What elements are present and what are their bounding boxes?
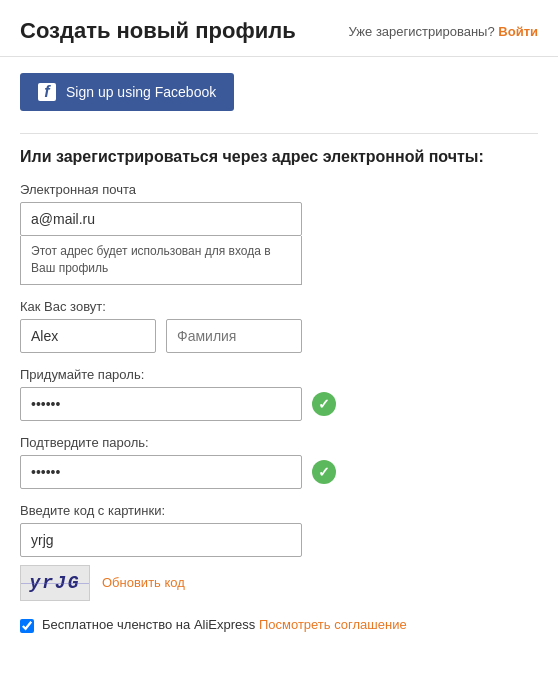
facebook-button-label: Sign up using Facebook: [66, 84, 216, 100]
or-email-heading: Или зарегистрироваться через адрес элект…: [20, 148, 538, 166]
agreement-main-text: Бесплатное членство на AliExpress: [42, 617, 255, 632]
last-name-input[interactable]: [166, 319, 302, 353]
header: Создать новый профиль Уже зарегистрирова…: [0, 0, 558, 57]
captcha-input[interactable]: [20, 523, 302, 557]
password-valid-icon: [312, 392, 336, 416]
refresh-captcha-link[interactable]: Обновить код: [102, 575, 185, 590]
agreement-link[interactable]: Посмотреть соглашение: [259, 617, 407, 632]
confirm-password-row: [20, 455, 538, 489]
captcha-text: yrJG: [29, 573, 80, 593]
confirm-password-input[interactable]: [20, 455, 302, 489]
captcha-row: yrJG Обновить код: [20, 565, 538, 601]
divider: [20, 133, 538, 134]
agreement-row: Бесплатное членство на AliExpress Посмот…: [20, 617, 538, 633]
page-container: Создать новый профиль Уже зарегистрирова…: [0, 0, 558, 698]
confirm-valid-icon: [312, 460, 336, 484]
login-link[interactable]: Войти: [498, 24, 538, 39]
form-content: f Sign up using Facebook Или зарегистрир…: [0, 57, 558, 698]
email-tooltip: Этот адрес будет использован для входа в…: [20, 236, 302, 285]
already-registered-text: Уже зарегистрированы?: [349, 24, 495, 39]
facebook-signup-button[interactable]: f Sign up using Facebook: [20, 73, 234, 111]
agreement-text: Бесплатное членство на AliExpress Посмот…: [42, 617, 407, 632]
first-name-input[interactable]: [20, 319, 156, 353]
login-area: Уже зарегистрированы? Войти: [349, 24, 538, 39]
agreement-checkbox[interactable]: [20, 619, 34, 633]
page-title: Создать новый профиль: [20, 18, 296, 44]
captcha-image: yrJG: [20, 565, 90, 601]
name-label: Как Вас зовут:: [20, 299, 538, 314]
captcha-label: Введите код с картинки:: [20, 503, 538, 518]
password-label: Придумайте пароль:: [20, 367, 538, 382]
email-label: Электронная почта: [20, 182, 538, 197]
name-row: [20, 319, 538, 353]
captcha-section: Введите код с картинки: yrJG Обновить ко…: [20, 503, 538, 601]
email-input[interactable]: [20, 202, 302, 236]
password-input[interactable]: [20, 387, 302, 421]
confirm-label: Подтвердите пароль:: [20, 435, 538, 450]
password-row: [20, 387, 538, 421]
facebook-icon: f: [38, 83, 56, 101]
